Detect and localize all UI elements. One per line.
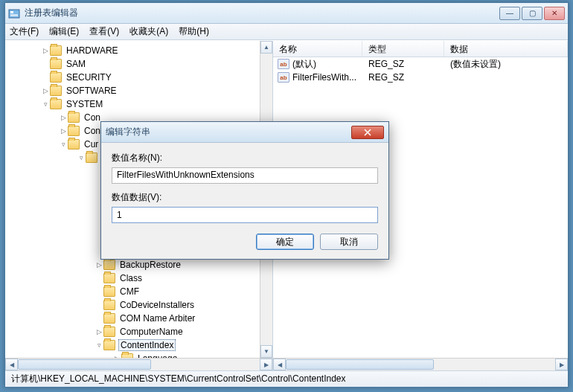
string-value-icon: ab	[278, 72, 289, 83]
ok-button[interactable]: 确定	[256, 234, 314, 250]
value-name-label: 数值名称(N):	[112, 152, 378, 164]
scroll-right-button[interactable]: ▶	[260, 359, 272, 370]
expand-closed-icon[interactable]: ▷	[41, 47, 50, 54]
svg-rect-2	[10, 14, 18, 16]
tree-node-label: SOFTWARE	[65, 86, 118, 96]
tree-node-label: Con	[83, 112, 102, 123]
tree-node[interactable]: ▷HARDWARE	[5, 44, 272, 57]
value-name: FilterFilesWith...	[292, 72, 356, 83]
scroll-left-button[interactable]: ◀	[5, 359, 18, 370]
menu-view[interactable]: 查看(V)	[89, 25, 119, 38]
tree-node-label: SECURITY	[65, 72, 113, 83]
expand-open-icon[interactable]: ▿	[77, 154, 86, 161]
tree-node[interactable]: CMF	[5, 285, 272, 298]
tree-node-label: ContentIndex	[118, 339, 176, 351]
menu-favorites[interactable]: 收藏夹(A)	[129, 25, 168, 38]
folder-icon	[103, 340, 115, 350]
tree-node-label: COM Name Arbiter	[118, 313, 196, 324]
list-header[interactable]: 名称 类型 数据	[273, 41, 568, 57]
string-value-icon: ab	[278, 59, 289, 69]
col-type[interactable]: 类型	[362, 41, 444, 57]
list-hscrollbar[interactable]: ◀ ▶	[273, 358, 568, 370]
expand-open-icon[interactable]: ▿	[59, 141, 68, 148]
menu-edit[interactable]: 编辑(E)	[49, 25, 79, 38]
tree-hscrollbar[interactable]: ◀ ▶	[5, 358, 273, 370]
folder-icon	[86, 152, 97, 163]
tree-node-label: BackupRestore	[118, 260, 182, 270]
expand-closed-icon[interactable]: ▷	[95, 261, 103, 269]
tree-node[interactable]: COM Name Arbiter	[5, 312, 272, 325]
tree-node-label: SAM	[65, 59, 87, 69]
tree-node[interactable]: ▿ContentIndex	[5, 338, 272, 352]
folder-icon	[103, 273, 115, 283]
close-icon	[364, 129, 371, 136]
dialog-title: 编辑字符串	[106, 126, 351, 138]
expand-open-icon[interactable]: ▿	[95, 341, 103, 349]
folder-icon	[103, 327, 115, 337]
titlebar[interactable]: 注册表编辑器 — ▢ ✕	[5, 3, 568, 24]
tree-node-label: HARDWARE	[65, 45, 120, 56]
value-name-field: FilterFilesWithUnknownExtensions	[112, 167, 378, 184]
list-row[interactable]: ab(默认)REG_SZ(数值未设置)	[273, 57, 568, 71]
folder-icon	[50, 99, 62, 109]
svg-rect-1	[10, 11, 13, 13]
value-data: (数值未设置)	[444, 58, 568, 71]
folder-icon	[68, 126, 80, 136]
value-data-input[interactable]	[112, 207, 378, 223]
folder-icon	[103, 286, 115, 297]
tree-node[interactable]: ▷SOFTWARE	[5, 84, 272, 97]
tree-node[interactable]: ▿SYSTEM	[5, 97, 272, 111]
scroll-left-button[interactable]: ◀	[273, 359, 286, 370]
folder-icon	[103, 260, 115, 270]
list-row[interactable]: abFilterFilesWith...REG_SZ	[273, 71, 568, 84]
expand-closed-icon[interactable]: ▷	[41, 87, 50, 94]
expand-closed-icon[interactable]: ▷	[112, 355, 121, 358]
menu-help[interactable]: 帮助(H)	[179, 25, 209, 38]
tree-node-label: ComputerName	[118, 327, 185, 337]
statusbar: 计算机\HKEY_LOCAL_MACHINE\SYSTEM\CurrentCon…	[5, 370, 568, 387]
folder-icon	[68, 139, 80, 150]
tree-node-label: Language	[136, 353, 179, 358]
tree-node[interactable]: Class	[5, 271, 272, 285]
tree-node-label: CoDeviceInstallers	[118, 300, 196, 310]
menu-file[interactable]: 文件(F)	[10, 25, 39, 38]
expand-closed-icon[interactable]: ▷	[59, 114, 68, 121]
tree-node[interactable]: SECURITY	[5, 71, 272, 84]
folder-icon	[121, 353, 133, 358]
hscroll-row: ◀ ▶ ◀ ▶	[5, 358, 568, 370]
tree-node-label: Class	[118, 273, 144, 283]
cancel-button[interactable]: 取消	[320, 234, 378, 250]
expand-closed-icon[interactable]: ▷	[59, 127, 68, 135]
dialog-close-button[interactable]	[351, 126, 384, 139]
value-data-label: 数值数据(V):	[112, 191, 378, 204]
tree-node[interactable]: ▷ComputerName	[5, 325, 272, 338]
window-title: 注册表编辑器	[25, 7, 499, 19]
folder-icon	[50, 59, 62, 69]
menubar: 文件(F) 编辑(E) 查看(V) 收藏夹(A) 帮助(H)	[5, 24, 568, 40]
tree-node-label: CMF	[118, 286, 141, 297]
col-data[interactable]: 数据	[444, 41, 568, 57]
tree-node[interactable]: CoDeviceInstallers	[5, 298, 272, 312]
scroll-thumb[interactable]	[286, 359, 434, 370]
tree-node-label: Con	[83, 126, 102, 136]
tree-node-label: SYSTEM	[65, 99, 104, 109]
edit-string-dialog: 编辑字符串 数值名称(N): FilterFilesWithUnknownExt…	[100, 121, 389, 260]
expand-closed-icon[interactable]: ▷	[95, 328, 103, 335]
value-name: (默认)	[292, 58, 316, 71]
expand-open-icon[interactable]: ▿	[41, 100, 50, 108]
scroll-down-button[interactable]: ▼	[260, 345, 272, 358]
tree-node[interactable]: SAM	[5, 57, 272, 71]
folder-icon	[103, 313, 115, 324]
tree-node[interactable]: ▷BackupRestore	[5, 258, 272, 271]
svg-rect-0	[9, 10, 19, 18]
col-name[interactable]: 名称	[273, 41, 362, 57]
tree-node[interactable]: ▷Language	[5, 352, 272, 358]
scroll-thumb[interactable]	[18, 359, 151, 370]
maximize-button[interactable]: ▢	[522, 7, 542, 20]
scroll-right-button[interactable]: ▶	[555, 359, 568, 370]
minimize-button[interactable]: —	[499, 7, 520, 20]
scroll-up-button[interactable]: ▲	[260, 41, 272, 54]
dialog-titlebar[interactable]: 编辑字符串	[101, 122, 388, 143]
close-button[interactable]: ✕	[544, 7, 565, 20]
status-path: 计算机\HKEY_LOCAL_MACHINE\SYSTEM\CurrentCon…	[11, 373, 346, 385]
